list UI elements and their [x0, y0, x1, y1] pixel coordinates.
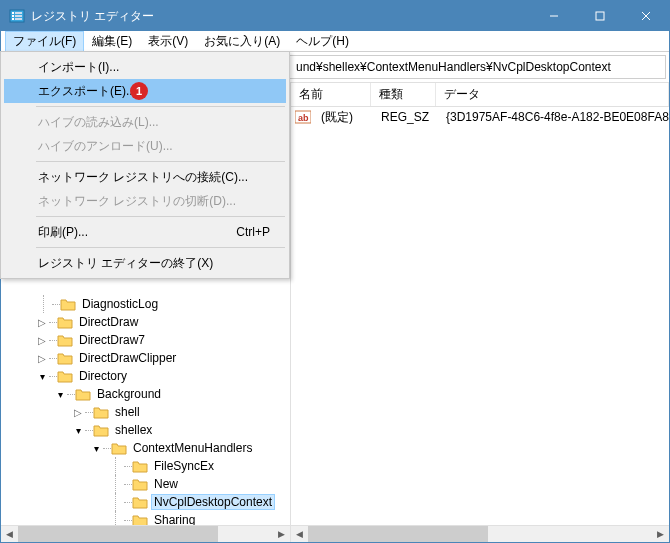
tree-item[interactable]: ▾Directory — [5, 367, 290, 385]
menu-separator — [36, 216, 285, 217]
scroll-right-icon[interactable]: ▶ — [273, 526, 290, 543]
col-name[interactable]: 名前 — [291, 83, 371, 106]
chevron-down-icon[interactable]: ▾ — [71, 425, 85, 436]
annotation-badge: 1 — [130, 82, 148, 100]
tree-item-selected[interactable]: NvCplDesktopContext — [5, 493, 290, 511]
values-pane: 名前 種類 データ ab (既定) REG_SZ {3D1975AF-48C6-… — [291, 83, 669, 542]
titlebar: レジストリ エディター — [1, 1, 669, 31]
folder-icon — [57, 351, 73, 365]
svg-text:ab: ab — [298, 113, 309, 123]
close-button[interactable] — [623, 1, 669, 31]
window-title: レジストリ エディター — [31, 8, 531, 25]
folder-icon — [57, 369, 73, 383]
h-scrollbar-left[interactable]: ◀ ▶ — [1, 525, 290, 542]
string-value-icon: ab — [295, 110, 311, 124]
folder-icon — [132, 477, 148, 491]
folder-icon — [93, 405, 109, 419]
scroll-left-icon[interactable]: ◀ — [291, 526, 308, 543]
value-data: {3D1975AF-48C6-4f8e-A182-BE0E08FA86A9} — [438, 110, 669, 124]
folder-icon — [132, 513, 148, 525]
svg-rect-2 — [12, 15, 14, 17]
tree-item[interactable]: ▾shellex — [5, 421, 290, 439]
menu-export[interactable]: エクスポート(E)... 1 — [4, 79, 286, 103]
col-type[interactable]: 種類 — [371, 83, 436, 106]
svg-rect-1 — [12, 12, 14, 14]
menubar: ファイル(F) 編集(E) 表示(V) お気に入り(A) ヘルプ(H) — [1, 31, 669, 52]
scroll-left-icon[interactable]: ◀ — [1, 526, 18, 543]
tree-item[interactable]: ▷DirectDraw — [5, 313, 290, 331]
tree-item[interactable]: ▾Background — [5, 385, 290, 403]
menu-separator — [36, 106, 285, 107]
folder-icon — [75, 387, 91, 401]
scroll-right-icon[interactable]: ▶ — [652, 526, 669, 543]
maximize-button[interactable] — [577, 1, 623, 31]
folder-icon — [93, 423, 109, 437]
svg-rect-3 — [12, 18, 14, 20]
minimize-button[interactable] — [531, 1, 577, 31]
svg-rect-5 — [15, 15, 22, 17]
col-data[interactable]: データ — [436, 83, 669, 106]
folder-icon — [132, 495, 148, 509]
menu-exit[interactable]: レジストリ エディターの終了(X) — [4, 251, 286, 275]
chevron-right-icon[interactable]: ▷ — [35, 353, 49, 364]
tree-item[interactable]: ▾ContextMenuHandlers — [5, 439, 290, 457]
h-scrollbar-right[interactable]: ◀ ▶ — [291, 525, 669, 542]
chevron-right-icon[interactable]: ▷ — [35, 335, 49, 346]
value-row[interactable]: ab (既定) REG_SZ {3D1975AF-48C6-4f8e-A182-… — [291, 107, 669, 127]
menu-favorites[interactable]: お気に入り(A) — [196, 31, 288, 52]
tree-item[interactable]: ▷DirectDraw7 — [5, 331, 290, 349]
svg-rect-6 — [15, 18, 22, 20]
chevron-right-icon[interactable]: ▷ — [35, 317, 49, 328]
chevron-right-icon[interactable]: ▷ — [71, 407, 85, 418]
tree-item[interactable]: New — [5, 475, 290, 493]
menu-connect-network[interactable]: ネットワーク レジストリへの接続(C)... — [4, 165, 286, 189]
chevron-down-icon[interactable]: ▾ — [89, 443, 103, 454]
tree-item[interactable]: ▷DirectDrawClipper — [5, 349, 290, 367]
value-name: (既定) — [313, 109, 373, 126]
menu-disconnect-network: ネットワーク レジストリの切断(D)... — [4, 189, 286, 213]
chevron-down-icon[interactable]: ▾ — [53, 389, 67, 400]
chevron-down-icon[interactable]: ▾ — [35, 371, 49, 382]
menu-separator — [36, 247, 285, 248]
tree-item[interactable]: ▷shell — [5, 403, 290, 421]
menu-help[interactable]: ヘルプ(H) — [288, 31, 357, 52]
menu-file[interactable]: ファイル(F) — [5, 31, 84, 52]
menu-edit[interactable]: 編集(E) — [84, 31, 140, 52]
file-menu-dropdown: インポート(I)... エクスポート(E)... 1 ハイブの読み込み(L)..… — [0, 51, 290, 279]
svg-rect-4 — [15, 12, 22, 14]
svg-rect-8 — [596, 12, 604, 20]
menu-unload-hive: ハイブのアンロード(U)... — [4, 134, 286, 158]
menu-load-hive: ハイブの読み込み(L)... — [4, 110, 286, 134]
regedit-icon — [9, 8, 25, 24]
folder-icon — [60, 297, 76, 311]
folder-icon — [111, 441, 127, 455]
folder-icon — [132, 459, 148, 473]
tree-item[interactable]: FileSyncEx — [5, 457, 290, 475]
folder-icon — [57, 315, 73, 329]
menu-print[interactable]: 印刷(P)...Ctrl+P — [4, 220, 286, 244]
menu-separator — [36, 161, 285, 162]
column-headers: 名前 種類 データ — [291, 83, 669, 107]
menu-import[interactable]: インポート(I)... — [4, 55, 286, 79]
value-type: REG_SZ — [373, 110, 438, 124]
tree-item[interactable]: DiagnosticLog — [5, 295, 290, 313]
menu-view[interactable]: 表示(V) — [140, 31, 196, 52]
tree-item[interactable]: Sharing — [5, 511, 290, 525]
address-text: und¥shellex¥ContextMenuHandlers¥NvCplDes… — [296, 60, 611, 74]
folder-icon — [57, 333, 73, 347]
